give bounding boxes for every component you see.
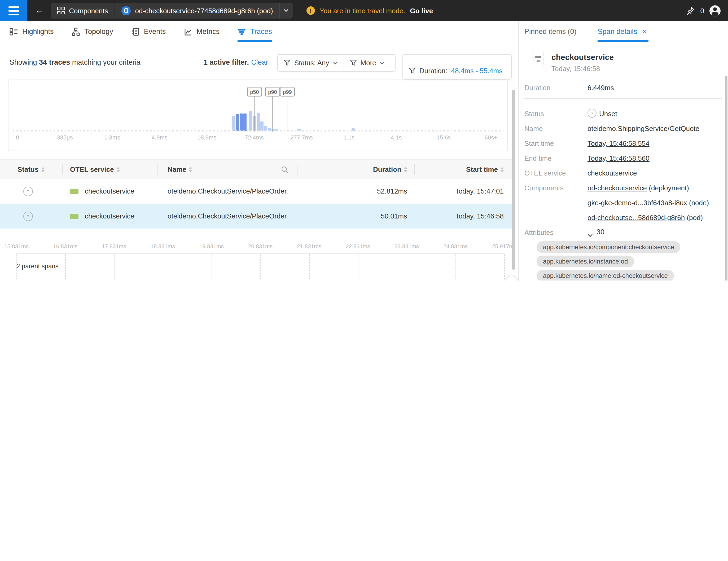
parent-spans-link[interactable]: 2 parent spans — [16, 262, 59, 270]
column-header-status[interactable]: Status — [17, 160, 44, 179]
clear-filters-link[interactable]: Clear — [251, 58, 268, 66]
tab-topology[interactable]: Topology — [72, 21, 113, 42]
status-filter-dropdown[interactable]: Status: Any — [278, 55, 344, 71]
tab-traces[interactable]: Traces — [238, 21, 272, 42]
column-header-otel-service[interactable]: OTEL service — [70, 160, 120, 179]
sort-arrows-icon[interactable] — [501, 167, 504, 172]
component-link-row: od-checkoutservice (deployment) — [587, 184, 689, 192]
tab-metrics[interactable]: Metrics — [184, 21, 220, 42]
histogram-bar[interactable] — [257, 113, 260, 131]
end-time-link[interactable]: Today, 15:46:58.560 — [587, 154, 650, 162]
attribute-chip[interactable]: app.kubernetes.io/instance:od — [537, 256, 634, 267]
tab-highlights[interactable]: Highlights — [10, 21, 54, 42]
component-link[interactable]: od-checkoutservice — [587, 184, 647, 192]
ruler-label: 15.831ms — [0, 243, 33, 249]
funnel-icon — [284, 59, 291, 66]
attributes-count: 30 — [597, 228, 604, 236]
duration-filter[interactable]: Duration: 48.4ms - 55.4ms — [403, 55, 511, 86]
gridline — [504, 254, 505, 281]
start-time-link[interactable]: Today, 15:46:58.554 — [587, 139, 650, 147]
status-question-circle-icon: ? — [23, 187, 33, 196]
entity-caret-button[interactable] — [279, 3, 293, 19]
sort-arrows-icon[interactable] — [189, 167, 192, 172]
axis-tick-label: 1.3ms — [96, 134, 128, 141]
histogram-bar[interactable] — [240, 113, 243, 131]
panel-scrollbar[interactable] — [725, 76, 727, 281]
component-type: (pod) — [685, 214, 703, 222]
status-value: Unset — [599, 110, 617, 118]
histogram-bar[interactable] — [236, 114, 239, 131]
tab-label: Highlights — [22, 28, 54, 36]
histogram-bar[interactable] — [249, 111, 252, 131]
more-filters-label: More — [361, 59, 376, 67]
go-live-link[interactable]: Go live — [410, 7, 433, 15]
components-label: Components — [69, 7, 108, 15]
traces-icon — [238, 27, 246, 36]
span-service-title: checkoutservice — [551, 52, 614, 62]
otel-service-name: checkoutservice — [85, 187, 134, 195]
trace-start-time: Today, 15:46:58 — [455, 212, 504, 220]
percentile-marker-p50[interactable]: p50 — [247, 87, 262, 97]
attribute-chip[interactable]: app.kubernetes.io/component:checkoutserv… — [537, 241, 681, 253]
sort-arrows-icon[interactable] — [41, 167, 44, 172]
duration-histogram[interactable]: p50p90p99 0335µs1.3ms4.9ms18.9ms72.4ms27… — [8, 80, 508, 151]
end-time-label: End time — [524, 154, 552, 162]
user-avatar[interactable] — [709, 5, 721, 16]
warning-text: You are in time travel mode. — [320, 7, 405, 15]
column-header-start-time[interactable]: Start time — [466, 160, 504, 179]
entity-switcher: Components od-checkoutservice-77458d689d… — [51, 3, 293, 19]
histogram-bar[interactable] — [260, 121, 264, 131]
duration-value: 6.449ms — [587, 84, 614, 92]
ruler-label: 18.831ms — [146, 243, 179, 249]
components-button[interactable]: Components — [51, 3, 114, 19]
percentile-line-p99 — [287, 95, 287, 132]
sort-arrows-icon[interactable] — [117, 167, 120, 172]
otel-service-name: checkoutservice — [85, 212, 134, 220]
duration-filter-value[interactable]: 48.4ms - 55.4ms — [451, 67, 503, 74]
ruler-label: 22.831ms — [341, 243, 374, 249]
main-scrollbar[interactable] — [512, 90, 515, 270]
percentile-marker-p99[interactable]: p99 — [280, 87, 295, 97]
axis-tick-label: 15.6s — [428, 134, 459, 141]
panel-tabs: Pinned items (0) Span details × — [524, 21, 646, 42]
attribute-chip[interactable]: app.kubernetes.io/name:od-checkoutservic… — [537, 270, 674, 281]
tab-events[interactable]: Events — [131, 21, 166, 42]
trace-name: oteldemo.CheckoutService/PlaceOrder — [168, 187, 287, 195]
trace-start-time: Today, 15:47:01 — [455, 187, 504, 195]
grid-icon — [57, 7, 65, 14]
app-window: ← Components od-checkoutservice-77458d68… — [0, 0, 728, 281]
trace-duration: 50.01ms — [381, 212, 407, 220]
otel-service-color-chip — [70, 189, 78, 194]
pin-icon[interactable] — [686, 6, 695, 15]
sort-arrows-icon[interactable] — [404, 167, 407, 172]
histogram-bar[interactable] — [243, 113, 247, 131]
topology-icon — [72, 27, 80, 36]
histogram-bar[interactable] — [253, 116, 256, 131]
tab-span-details[interactable]: Span details × — [598, 21, 647, 42]
histogram-bar[interactable] — [232, 116, 235, 131]
trace-table-row[interactable]: ?checkoutserviceoteldemo.CheckoutService… — [0, 204, 515, 229]
tab-label: Traces — [250, 28, 272, 36]
back-arrow-icon[interactable]: ← — [35, 5, 44, 16]
name-search-icon[interactable] — [281, 160, 288, 179]
hamburger-menu-icon[interactable] — [0, 0, 27, 21]
otel-service-color-chip — [70, 214, 78, 219]
component-link[interactable]: od-checkoutse...58d689d-g8r6h — [587, 214, 685, 222]
close-icon[interactable]: × — [642, 28, 646, 36]
gridline — [163, 254, 163, 281]
entity-dropdown[interactable]: od-checkoutservice-77458d689d-g8r6h (pod… — [115, 3, 279, 19]
chevron-down-icon[interactable] — [587, 231, 593, 239]
pin-count: 0 — [700, 7, 704, 15]
column-header-duration[interactable]: Duration — [373, 160, 407, 179]
tab-label: Topology — [85, 28, 113, 36]
topbar-right: 0 — [686, 5, 728, 16]
component-link[interactable]: gke-gke-demo-d...3bf643a8-i8ux — [587, 199, 687, 207]
tab-pinned-items[interactable]: Pinned items (0) — [524, 21, 577, 42]
gridline — [114, 254, 115, 281]
trace-table-row[interactable]: ?checkoutserviceoteldemo.CheckoutService… — [0, 179, 515, 204]
pod-icon — [121, 6, 131, 15]
more-filters-dropdown[interactable]: More — [344, 55, 391, 71]
percentile-marker-p90[interactable]: p90 — [265, 87, 280, 97]
column-header-name[interactable]: Name — [168, 160, 192, 179]
ruler-label: 23.831ms — [390, 243, 423, 249]
